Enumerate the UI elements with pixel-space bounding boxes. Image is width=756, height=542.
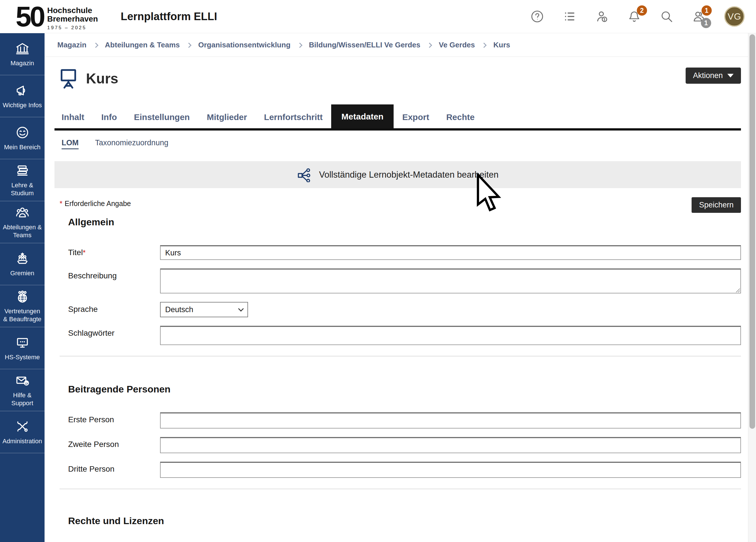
form-row-erste-person: Erste Person — [54, 412, 741, 428]
tab-lernfortschritt[interactable]: Lernfortschritt — [255, 107, 331, 128]
breadcrumb-item[interactable]: Abteilungen & Teams — [105, 41, 180, 49]
tab-inhalt[interactable]: Inhalt — [53, 107, 93, 128]
sprache-selected-value: Deutsch — [165, 305, 193, 314]
app-header: 50 Hochschule Bremerhaven 1975 – 2025 Le… — [0, 0, 756, 33]
subtabs: LOM Taxonomiezuordnung — [62, 138, 741, 149]
dritte-person-input[interactable] — [160, 462, 741, 478]
schlagwoerter-input[interactable] — [160, 326, 741, 345]
beschreibung-textarea[interactable] — [160, 268, 741, 293]
mail-question-icon — [15, 373, 30, 388]
tab-export[interactable]: Export — [394, 107, 438, 128]
user-status-icon[interactable] — [595, 9, 609, 24]
sidebar-item-abteilungen-teams[interactable]: Abteilungen & Teams — [0, 201, 45, 243]
task-list-icon[interactable] — [562, 9, 577, 24]
contacts-badge-top: 1 — [702, 5, 712, 16]
breadcrumb-item[interactable]: Bildung/Wissen/ELLI Ve Gerdes — [309, 41, 421, 49]
globe-people-icon — [15, 289, 30, 304]
logo-line1: Hochschule — [47, 6, 98, 14]
titel-input[interactable] — [160, 245, 741, 260]
chevron-right-icon — [93, 43, 98, 48]
titel-label: Titel* — [54, 245, 160, 257]
share-fork-icon — [297, 167, 312, 182]
committee-icon — [15, 251, 30, 266]
chevron-right-icon — [427, 43, 432, 48]
erste-person-input[interactable] — [160, 412, 741, 428]
screen: 50 Hochschule Bremerhaven 1975 – 2025 Le… — [0, 0, 756, 542]
section-divider — [60, 489, 741, 489]
breadcrumb-item[interactable]: Organisationsentwicklung — [198, 41, 290, 49]
tab-mitglieder[interactable]: Mitglieder — [198, 107, 256, 128]
main-area: Magazin Abteilungen & Teams Organisation… — [45, 33, 748, 542]
form-row-beschreibung: Beschreibung — [54, 268, 741, 293]
required-star: * — [60, 199, 62, 207]
form-row-dritte-person: Dritte Person — [54, 462, 741, 478]
edit-full-metadata-banner[interactable]: Vollständige Lernobjekt-Metadaten bearbe… — [54, 161, 741, 188]
dritte-person-label: Dritte Person — [54, 462, 160, 474]
bell-badge: 2 — [637, 5, 647, 16]
zweite-person-input[interactable] — [160, 437, 741, 453]
megaphone-icon — [15, 83, 30, 98]
content: Kurs Aktionen Inhalt Info Einstellungen … — [45, 66, 748, 542]
required-hint: *Erforderliche Angabe — [60, 199, 131, 208]
beschreibung-label: Beschreibung — [54, 268, 160, 280]
chevron-down-icon — [238, 306, 244, 312]
subtab-lom[interactable]: LOM — [62, 138, 79, 149]
sidebar: Magazin Wichtige Infos Mein Bereich Lehr… — [0, 33, 45, 542]
header-icon-bar: 2 1 1 VG — [530, 6, 745, 27]
save-button[interactable]: Speichern — [692, 197, 741, 213]
breadcrumb-item[interactable]: Ve Gerdes — [439, 41, 475, 49]
caret-down-icon — [727, 74, 734, 77]
tab-metadaten[interactable]: Metadaten — [331, 104, 394, 128]
contacts-badge-bottom: 1 — [701, 18, 711, 28]
banner-label: Vollständige Lernobjekt-Metadaten bearbe… — [319, 170, 499, 180]
logo-50-text: 50 — [16, 2, 44, 31]
section-divider — [60, 356, 741, 356]
monitor-icon — [15, 335, 30, 350]
schlagwoerter-label: Schlagwörter — [54, 326, 160, 338]
help-icon[interactable] — [530, 9, 544, 24]
search-icon[interactable] — [660, 9, 674, 24]
page-scrollbar[interactable] — [748, 33, 756, 542]
chevron-right-icon — [186, 43, 192, 48]
section-heading-rechte: Rechte und Lizenzen — [68, 515, 741, 526]
page-title-row: Kurs Aktionen — [59, 66, 741, 91]
tab-einstellungen[interactable]: Einstellungen — [125, 107, 198, 128]
resize-grip-icon[interactable] — [735, 287, 740, 292]
sidebar-item-hilfe-support[interactable]: Hilfe & Support — [0, 369, 45, 411]
sprache-label: Sprache — [54, 302, 160, 314]
form-row-schlagwoerter: Schlagwörter — [54, 326, 741, 345]
logo-line2: Bremerhaven — [47, 15, 98, 23]
zweite-person-label: Zweite Person — [54, 437, 160, 449]
tab-rechte[interactable]: Rechte — [438, 107, 483, 128]
form-header-row: *Erforderliche Angabe Speichern — [54, 197, 741, 213]
bell-icon[interactable]: 2 — [627, 9, 641, 24]
sidebar-item-lehre-studium[interactable]: Lehre & Studium — [0, 159, 45, 201]
course-board-icon — [59, 67, 78, 90]
sidebar-item-gremien[interactable]: Gremien — [0, 243, 45, 285]
sidebar-item-hs-systeme[interactable]: HS-Systeme — [0, 327, 45, 369]
sidebar-item-vertretungen[interactable]: Vertretungen & Beauftragte — [0, 285, 45, 327]
avatar[interactable]: VG — [724, 6, 745, 27]
form-row-sprache: Sprache Deutsch — [54, 302, 741, 317]
contacts-icon[interactable]: 1 1 — [692, 9, 706, 24]
actions-button[interactable]: Aktionen — [686, 68, 741, 84]
tools-icon — [15, 419, 30, 434]
page-title: Kurs — [86, 70, 118, 87]
breadcrumb-item[interactable]: Kurs — [493, 41, 510, 49]
tabs: Inhalt Info Einstellungen Mitglieder Ler… — [54, 104, 741, 131]
sidebar-item-magazin[interactable]: Magazin — [0, 33, 45, 75]
subtab-taxonomiezuordnung[interactable]: Taxonomiezuordnung — [95, 138, 168, 149]
sidebar-item-wichtige-infos[interactable]: Wichtige Infos — [0, 75, 45, 117]
bank-icon — [15, 41, 30, 56]
sprache-select[interactable]: Deutsch — [160, 302, 248, 317]
sidebar-item-mein-bereich[interactable]: Mein Bereich — [0, 117, 45, 159]
breadcrumb: Magazin Abteilungen & Teams Organisation… — [45, 33, 748, 57]
breadcrumb-item[interactable]: Magazin — [57, 41, 87, 49]
chevron-right-icon — [297, 43, 302, 48]
tab-info[interactable]: Info — [93, 107, 125, 128]
hsb-logo[interactable]: 50 Hochschule Bremerhaven 1975 – 2025 — [16, 2, 98, 31]
scrollbar-thumb[interactable] — [749, 34, 755, 429]
books-icon — [15, 163, 30, 178]
sidebar-item-administration[interactable]: Administration — [0, 411, 45, 453]
app-title: Lernplattform ELLI — [121, 10, 217, 23]
